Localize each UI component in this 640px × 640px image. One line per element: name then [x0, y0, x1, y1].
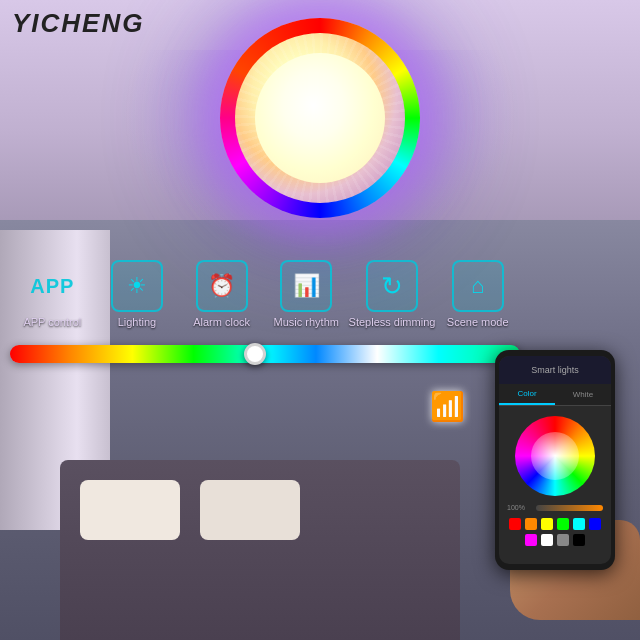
sun-icon: ☀ — [127, 275, 147, 297]
phone-body: Smart lights Color White 100% — [495, 350, 615, 570]
color-slider[interactable] — [10, 345, 520, 363]
color-dot[interactable] — [509, 518, 521, 530]
feature-music: 📊 Music rhythm — [264, 260, 349, 328]
music-icon: 📊 — [293, 275, 320, 297]
feature-label-lighting: Lighting — [118, 316, 157, 328]
ceiling-light — [220, 18, 420, 218]
feature-label-music: Music rhythm — [274, 316, 339, 328]
color-slider-container — [10, 345, 520, 363]
color-dot[interactable] — [541, 518, 553, 530]
home-icon: ⌂ — [471, 275, 484, 297]
alarm-icon: ⏰ — [208, 275, 235, 297]
color-dot[interactable] — [557, 534, 569, 546]
scene-icon-box: ⌂ — [452, 260, 504, 312]
brightness-row: 100% — [499, 501, 611, 514]
feature-label-scene: Scene mode — [447, 316, 509, 328]
pillow-right — [200, 480, 300, 540]
app-icon-box: APP — [26, 260, 78, 312]
feature-label-dimming: Stepless dimming — [349, 316, 436, 328]
feature-scene: ⌂ Scene mode — [435, 260, 520, 328]
phone-tabs: Color White — [499, 384, 611, 406]
brightness-label: 100% — [507, 504, 532, 511]
dimming-icon: ↻ — [381, 273, 403, 299]
features-row: APP APP control ☀ Lighting ⏰ Alarm clock… — [0, 260, 530, 328]
alarm-icon-box: ⏰ — [196, 260, 248, 312]
color-dot[interactable] — [573, 518, 585, 530]
color-dot[interactable] — [573, 534, 585, 546]
feature-dimming: ↻ Stepless dimming — [349, 260, 436, 328]
lighting-icon-box: ☀ — [111, 260, 163, 312]
color-dot[interactable] — [557, 518, 569, 530]
color-dot[interactable] — [541, 534, 553, 546]
music-icon-box: 📊 — [280, 260, 332, 312]
feature-app-control: APP APP control — [10, 260, 95, 328]
phone-screen: Smart lights Color White 100% — [499, 356, 611, 564]
phone-mockup: Smart lights Color White 100% — [475, 350, 630, 620]
brand-logo: YICHENG — [12, 8, 144, 39]
color-dot[interactable] — [525, 518, 537, 530]
brightness-bar[interactable] — [536, 505, 603, 511]
color-dot[interactable] — [525, 534, 537, 546]
light-inner — [255, 53, 385, 183]
color-dots-row — [499, 514, 611, 550]
tab-white[interactable]: White — [555, 384, 611, 405]
dimming-icon-box: ↻ — [366, 260, 418, 312]
feature-alarm: ⏰ Alarm clock — [179, 260, 264, 328]
feature-label-app: APP control — [23, 316, 81, 328]
phone-header: Smart lights — [499, 356, 611, 384]
wifi-icon: 📶 — [430, 390, 465, 423]
phone-header-text: Smart lights — [531, 365, 579, 375]
color-dot[interactable] — [589, 518, 601, 530]
pillow-left — [80, 480, 180, 540]
slider-thumb[interactable] — [244, 343, 266, 365]
color-wheel[interactable] — [515, 416, 595, 496]
tab-color[interactable]: Color — [499, 384, 555, 405]
app-text-icon: APP — [30, 275, 74, 298]
feature-label-alarm: Alarm clock — [193, 316, 250, 328]
feature-lighting: ☀ Lighting — [95, 260, 180, 328]
